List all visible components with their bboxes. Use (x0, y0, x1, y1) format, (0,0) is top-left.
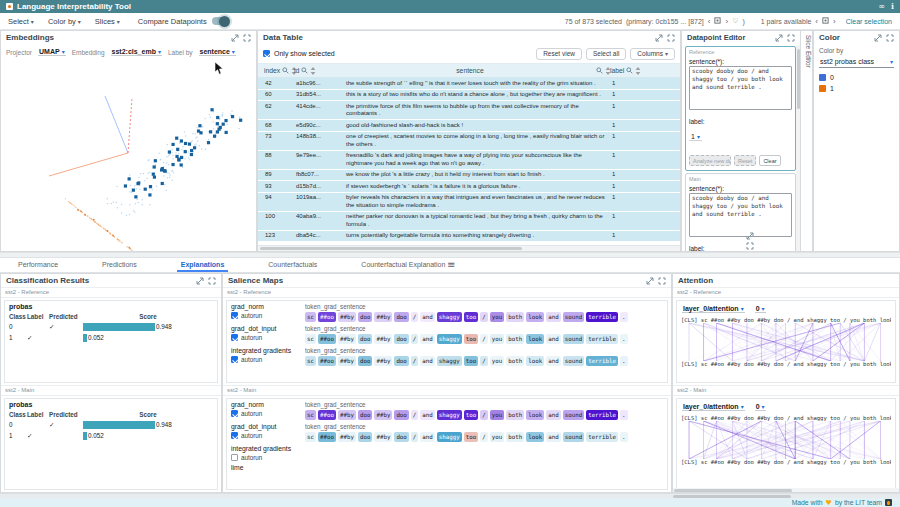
datapoint-unselected-positive[interactable] (107, 198, 109, 200)
datapoint-unselected-positive[interactable] (154, 164, 156, 166)
datapoint-unselected-positive[interactable] (196, 127, 198, 129)
datapoint-unselected-positive[interactable] (171, 149, 173, 151)
datapoint-unselected-positive[interactable] (166, 156, 168, 158)
datapoint-selected-points[interactable] (128, 177, 131, 180)
datapoint-selected-points[interactable] (175, 137, 178, 140)
datapoint-unselected-positive[interactable] (178, 153, 180, 155)
datapoint-unselected-positive[interactable] (209, 114, 211, 116)
datapoint-negative-dark[interactable] (84, 214, 86, 216)
datapoint-selected-points[interactable] (188, 142, 191, 145)
select-embedding[interactable]: sst2:cls_emb▾ (111, 48, 162, 56)
table-horizontal-scrollbar[interactable] (258, 245, 680, 251)
search-icon[interactable] (626, 67, 633, 74)
menu-icon[interactable]: ≡ (447, 259, 455, 270)
datapoint-unselected-positive[interactable] (210, 116, 212, 118)
attention-horizontal-scrollbar[interactable] (673, 488, 899, 492)
tab-performance[interactable]: Performance (14, 259, 62, 272)
datapoint-unselected-positive[interactable] (107, 203, 109, 205)
datapoint-unselected-positive[interactable] (213, 121, 215, 123)
datapoint-unselected-positive[interactable] (167, 177, 169, 179)
datapoint-unselected-positive[interactable] (191, 140, 193, 142)
datapoint-selected-points[interactable] (231, 115, 234, 118)
label-select[interactable]: 1▾ (689, 133, 702, 141)
datapoint-unselected-positive[interactable] (169, 174, 171, 176)
scrollbar-thumb[interactable] (260, 247, 522, 250)
datapoint-unselected-positive[interactable] (166, 190, 168, 192)
only-show-selected-checkbox[interactable] (263, 50, 270, 57)
datapoint-unselected-positive[interactable] (152, 189, 154, 191)
datapoint-selected-points[interactable] (197, 129, 200, 132)
datapoint-unselected-positive[interactable] (129, 214, 131, 216)
datapoint-unselected-negative[interactable] (98, 225, 99, 226)
menu-color-by[interactable]: Color by▾ (48, 17, 81, 26)
head-select[interactable]: 0▾ (755, 305, 766, 313)
table-row[interactable]: 6031db54...this is a story of two misfit… (258, 90, 680, 102)
datapoint-unselected-positive[interactable] (130, 192, 132, 194)
datapoint-unselected-negative[interactable] (75, 207, 76, 208)
datapoint-selected-points[interactable] (225, 131, 228, 134)
datapoint-unselected-positive[interactable] (172, 155, 174, 157)
search-icon[interactable] (282, 67, 289, 74)
datapoint-unselected-positive[interactable] (202, 125, 204, 127)
tab-explanations[interactable]: Explanations (177, 259, 229, 272)
datapoint-selected-points[interactable] (168, 150, 171, 153)
layer-select[interactable]: layer_0/attention▾ (682, 403, 745, 411)
datapoint-selected-points[interactable] (193, 146, 196, 149)
datapoint-unselected-positive[interactable] (181, 149, 183, 151)
datapoint-unselected-positive[interactable] (185, 135, 187, 137)
datapoint-unselected-positive[interactable] (138, 177, 140, 179)
datapoint-unselected-positive[interactable] (167, 144, 169, 146)
datapoint-unselected-positive[interactable] (126, 214, 128, 216)
datapoint-selected-points[interactable] (209, 130, 212, 133)
minimize-module-icon[interactable] (874, 34, 882, 42)
minimize-module-icon[interactable] (775, 34, 783, 42)
datapoint-unselected-negative[interactable] (117, 238, 118, 239)
datapoint-unselected-positive[interactable] (134, 203, 136, 205)
datapoint-unselected-positive[interactable] (172, 158, 174, 160)
datapoint-unselected-positive[interactable] (163, 175, 165, 177)
datapoint-unselected-positive[interactable] (184, 131, 186, 133)
search-icon[interactable] (596, 67, 603, 74)
embedding-projector[interactable] (1, 60, 256, 251)
datapoint-unselected-negative[interactable] (119, 241, 120, 242)
datapoint-unselected-positive[interactable] (169, 177, 171, 179)
datapoint-unselected-positive[interactable] (141, 204, 143, 206)
datapoint-unselected-negative[interactable] (109, 233, 110, 234)
datapoint-unselected-positive[interactable] (171, 180, 173, 182)
table-row[interactable]: 123dba54c...turns potentially forgettabl… (258, 231, 680, 243)
datapoint-selected-points[interactable] (213, 135, 216, 138)
datapoint-unselected-negative[interactable] (69, 202, 70, 203)
sort-icon[interactable] (310, 67, 316, 75)
scrollbar-thumb[interactable] (674, 489, 792, 492)
datapoint-unselected-positive[interactable] (168, 155, 170, 157)
layer-select[interactable]: layer_0/attention▾ (682, 305, 745, 313)
sentence-textarea[interactable] (689, 193, 792, 237)
datapoint-selected-points[interactable] (153, 175, 156, 178)
datapoint-selected-points[interactable] (137, 181, 140, 184)
datapoint-unselected-positive[interactable] (116, 202, 118, 204)
datapoint-unselected-positive[interactable] (148, 159, 150, 161)
datapoint-unselected-negative[interactable] (82, 212, 83, 213)
datapoint-selected-points[interactable] (216, 122, 219, 125)
datapoint-selected-points[interactable] (161, 182, 164, 185)
datapoint-selected-points[interactable] (207, 141, 210, 144)
minimize-module-icon[interactable] (655, 34, 663, 42)
datapoint-unselected-positive[interactable] (195, 137, 197, 139)
datapoint-unselected-positive[interactable] (156, 185, 158, 187)
datapoint-unselected-positive[interactable] (231, 110, 233, 112)
maximize-module-icon[interactable] (243, 34, 251, 42)
datapoint-unselected-negative[interactable] (91, 219, 92, 220)
datapoint-unselected-positive[interactable] (171, 151, 173, 153)
datapoint-unselected-negative[interactable] (74, 205, 75, 206)
datapoint-selected-points[interactable] (180, 163, 183, 166)
next-pair-button[interactable]: › (833, 17, 836, 26)
datapoint-unselected-positive[interactable] (204, 118, 206, 120)
datapoint-selected-points[interactable] (184, 150, 187, 153)
datapoint-unselected-positive[interactable] (136, 199, 138, 201)
datapoint-unselected-positive[interactable] (192, 133, 194, 135)
button-select-all[interactable]: Select all (586, 48, 626, 60)
minimize-module-icon[interactable] (196, 277, 204, 285)
datapoint-selected-points[interactable] (171, 143, 174, 146)
datapoint-unselected-positive[interactable] (195, 143, 197, 145)
datapoint-selected-points[interactable] (149, 185, 152, 188)
